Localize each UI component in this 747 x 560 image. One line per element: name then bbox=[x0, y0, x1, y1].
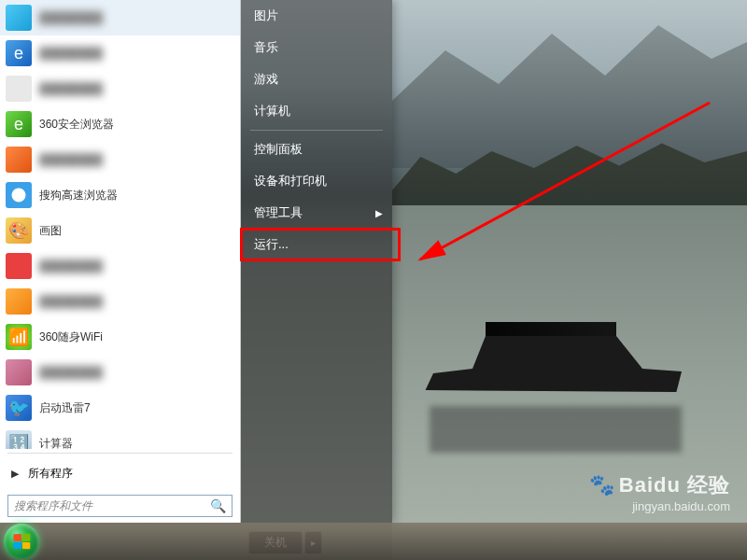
search-placeholder: 搜索程序和文件 bbox=[14, 498, 92, 514]
program-label: 360随身WiFi bbox=[39, 329, 103, 345]
right-menu-item[interactable]: 控制面板 bbox=[241, 133, 392, 165]
all-programs-label: 所有程序 bbox=[28, 466, 73, 482]
program-item[interactable]: 🔢计算器 bbox=[0, 426, 240, 449]
search-input[interactable]: 搜索程序和文件 🔍 bbox=[7, 495, 233, 517]
program-item[interactable]: 🐦启动迅雷7 bbox=[0, 390, 240, 426]
right-menu-label: 运行... bbox=[254, 236, 289, 253]
submenu-arrow-icon: ▶ bbox=[375, 208, 383, 218]
right-menu-label: 设备和打印机 bbox=[254, 173, 327, 189]
right-menu-item-run[interactable]: 运行... bbox=[241, 229, 400, 260]
program-icon: S bbox=[6, 182, 32, 208]
program-label: ████████ bbox=[39, 295, 103, 308]
program-icon: 📶 bbox=[6, 324, 32, 350]
wallpaper-reflection bbox=[430, 406, 682, 453]
program-icon bbox=[6, 76, 32, 102]
program-label: 启动迅雷7 bbox=[39, 400, 91, 416]
start-menu-left-panel: ████████e████████████████e360安全浏览器██████… bbox=[0, 0, 241, 523]
right-menu-item[interactable]: 游戏 bbox=[241, 63, 392, 95]
search-icon: 🔍 bbox=[210, 498, 226, 513]
program-label: ████████ bbox=[39, 82, 103, 95]
start-menu: ████████e████████████████e360安全浏览器██████… bbox=[0, 0, 392, 523]
program-icon: 🐦 bbox=[6, 395, 32, 421]
program-label: ████████ bbox=[39, 47, 103, 60]
program-list: ████████e████████████████e360安全浏览器██████… bbox=[0, 0, 240, 449]
start-button[interactable] bbox=[4, 524, 39, 559]
program-icon: 🎨 bbox=[6, 217, 32, 244]
wallpaper-mountains bbox=[392, 0, 747, 168]
menu-separator bbox=[250, 130, 383, 131]
program-item[interactable]: ████████ bbox=[0, 71, 240, 106]
program-label: 画图 bbox=[39, 223, 62, 239]
right-menu-label: 管理工具 bbox=[254, 204, 303, 221]
watermark-url: jingyan.baidu.com bbox=[589, 499, 730, 513]
right-menu-label: 计算机 bbox=[254, 103, 290, 119]
watermark-logo: 🐾Baidu 经验 bbox=[589, 471, 730, 499]
program-item[interactable]: ████████ bbox=[0, 355, 240, 390]
program-label: ████████ bbox=[39, 366, 103, 379]
program-label: 搜狗高速浏览器 bbox=[39, 188, 118, 203]
right-menu-item[interactable]: 图片 bbox=[241, 0, 392, 32]
program-item[interactable]: S搜狗高速浏览器 bbox=[0, 177, 240, 213]
program-icon: e bbox=[6, 111, 32, 137]
program-icon bbox=[6, 288, 32, 315]
program-item[interactable]: ████████ bbox=[0, 284, 240, 319]
program-item[interactable]: 🎨画图 bbox=[0, 213, 240, 248]
right-menu-item[interactable]: 设备和打印机 bbox=[241, 165, 392, 197]
right-menu-label: 控制面板 bbox=[254, 141, 303, 158]
program-item[interactable]: 📶360随身WiFi bbox=[0, 319, 240, 355]
watermark: 🐾Baidu 经验 jingyan.baidu.com bbox=[589, 471, 730, 513]
program-item[interactable]: e████████ bbox=[0, 35, 240, 71]
program-item[interactable]: ████████ bbox=[0, 142, 240, 177]
program-item[interactable]: ████████ bbox=[0, 248, 240, 284]
taskbar[interactable] bbox=[0, 523, 747, 560]
program-label: ████████ bbox=[39, 11, 103, 24]
program-icon bbox=[6, 253, 32, 279]
program-label: 360安全浏览器 bbox=[39, 117, 114, 133]
right-menu-item[interactable]: 音乐 bbox=[241, 32, 392, 63]
right-menu-label: 图片 bbox=[254, 7, 278, 24]
search-row: 搜索程序和文件 🔍 bbox=[0, 489, 240, 523]
right-menu-item[interactable]: 管理工具▶ bbox=[241, 197, 392, 229]
divider bbox=[7, 453, 233, 454]
program-label: ████████ bbox=[39, 153, 103, 166]
all-programs-button[interactable]: ▶ 所有程序 bbox=[0, 457, 240, 489]
program-label: 计算器 bbox=[39, 436, 73, 450]
right-menu-item[interactable]: 计算机 bbox=[241, 95, 392, 127]
start-menu-right-panel: 图片音乐游戏计算机控制面板设备和打印机管理工具▶运行... bbox=[241, 0, 392, 523]
program-label: ████████ bbox=[39, 259, 103, 273]
program-item[interactable]: e360安全浏览器 bbox=[0, 106, 240, 142]
right-menu-label: 音乐 bbox=[254, 39, 278, 56]
program-icon bbox=[6, 359, 32, 385]
program-icon: e bbox=[6, 40, 32, 66]
arrow-right-icon: ▶ bbox=[11, 468, 19, 480]
right-menu-label: 游戏 bbox=[254, 71, 278, 88]
windows-logo-icon bbox=[13, 534, 30, 550]
program-icon bbox=[6, 147, 32, 173]
program-item[interactable]: ████████ bbox=[0, 0, 240, 35]
program-icon: 🔢 bbox=[6, 430, 32, 449]
paw-icon: 🐾 bbox=[589, 473, 615, 497]
program-icon bbox=[6, 5, 32, 31]
